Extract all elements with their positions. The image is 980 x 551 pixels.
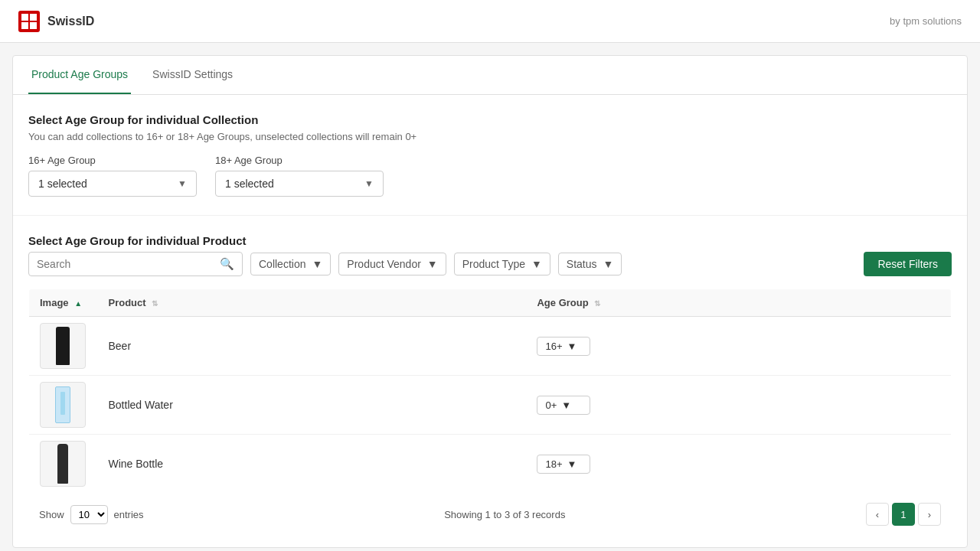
- collection-section-title: Select Age Group for individual Collecti…: [28, 113, 952, 126]
- column-product[interactable]: Product ⇅: [98, 289, 527, 317]
- product-name-cell: Beer: [98, 317, 527, 376]
- product-name-cell: Bottled Water: [98, 376, 527, 435]
- collection-section: Select Age Group for individual Collecti…: [13, 95, 967, 215]
- tab-product-age-groups[interactable]: Product Age Groups: [28, 56, 131, 94]
- age-group-value: 18+: [545, 458, 562, 470]
- product-thumbnail: [40, 441, 86, 487]
- age-16-value: 1 selected: [38, 178, 87, 190]
- product-sort-icon: ⇅: [152, 299, 158, 308]
- entries-label: entries: [114, 509, 144, 520]
- age-group-cell: 0+ ▼: [526, 376, 951, 435]
- age-18-chevron-icon: ▼: [364, 178, 374, 189]
- age-16-label: 16+ Age Group: [28, 155, 197, 166]
- entries-per-page-select[interactable]: 10 25 50: [70, 505, 108, 524]
- column-image[interactable]: Image ▲: [29, 289, 98, 317]
- search-box[interactable]: 🔍: [28, 252, 243, 276]
- product-section-title: Select Age Group for individual Product: [28, 234, 952, 247]
- age-group-cell: 18+ ▼: [526, 435, 951, 494]
- next-page-button[interactable]: ›: [918, 503, 941, 526]
- status-filter[interactable]: Status ▼: [558, 253, 622, 276]
- prev-page-button[interactable]: ‹: [866, 503, 889, 526]
- product-type-chevron-icon: ▼: [531, 258, 542, 270]
- age-16-dropdown[interactable]: 1 selected ▼: [28, 171, 197, 197]
- records-summary: Showing 1 to 3 of 3 records: [444, 509, 565, 520]
- collection-filter-chevron-icon: ▼: [312, 258, 322, 270]
- reset-filters-button[interactable]: Reset Filters: [864, 252, 952, 276]
- swissid-logo-icon: [18, 11, 40, 32]
- age-group-cell: 16+ ▼: [526, 317, 951, 376]
- age-group-badge[interactable]: 16+ ▼: [537, 337, 590, 356]
- show-entries: Show 10 25 50 entries: [39, 505, 144, 524]
- table-row: Wine Bottle 18+ ▼: [29, 435, 952, 494]
- show-label: Show: [39, 509, 64, 520]
- product-name-cell: Wine Bottle: [98, 435, 527, 494]
- collection-section-subtitle: You can add collections to 16+ or 18+ Ag…: [28, 131, 952, 142]
- page-1-button[interactable]: 1: [892, 503, 915, 526]
- table-row: Bottled Water 0+ ▼: [29, 376, 952, 435]
- age-18-dropdown[interactable]: 1 selected ▼: [215, 171, 384, 197]
- pagination: ‹ 1 ›: [866, 503, 941, 526]
- age-group-badge[interactable]: 0+ ▼: [537, 396, 590, 415]
- age-16-chevron-icon: ▼: [178, 178, 187, 189]
- age-group-sort-icon: ⇅: [594, 299, 600, 308]
- product-thumbnail: [40, 382, 86, 428]
- status-chevron-icon: ▼: [603, 258, 614, 270]
- tab-bar: Product Age Groups SwissID Settings: [13, 56, 967, 95]
- age-16-field: 16+ Age Group 1 selected ▼: [28, 155, 197, 197]
- table-row: Beer 16+ ▼: [29, 317, 952, 376]
- product-vendor-chevron-icon: ▼: [427, 258, 438, 270]
- product-thumbnail: [40, 323, 86, 369]
- topbar: SwissID by tpm solutions: [0, 0, 980, 43]
- product-image-cell: [29, 435, 98, 494]
- age-18-field: 18+ Age Group 1 selected ▼: [215, 155, 384, 197]
- table-header-row: Image ▲ Product ⇅ Age Group ⇅: [29, 289, 952, 317]
- search-icon: 🔍: [220, 257, 234, 271]
- topbar-left: SwissID: [18, 11, 94, 32]
- age-badge-chevron-icon: ▼: [561, 399, 571, 411]
- age-group-row: 16+ Age Group 1 selected ▼ 18+ Age Group…: [28, 155, 952, 197]
- main-content-card: Product Age Groups SwissID Settings Sele…: [12, 55, 968, 548]
- product-image-cell: [29, 376, 98, 435]
- topbar-tagline: by tpm solutions: [890, 15, 962, 27]
- image-sort-icon: ▲: [74, 299, 82, 308]
- product-type-filter[interactable]: Product Type ▼: [454, 253, 550, 276]
- age-badge-chevron-icon: ▼: [567, 458, 577, 470]
- brand-name: SwissID: [47, 15, 94, 28]
- age-group-badge[interactable]: 18+ ▼: [537, 455, 590, 474]
- age-group-value: 0+: [545, 399, 557, 411]
- product-image-cell: [29, 317, 98, 376]
- collection-filter[interactable]: Collection ▼: [250, 253, 331, 276]
- filters-row: 🔍 Collection ▼ Product Vendor ▼ Product …: [28, 252, 952, 276]
- column-age-group[interactable]: Age Group ⇅: [526, 289, 951, 317]
- age-badge-chevron-icon: ▼: [567, 341, 577, 352]
- product-vendor-filter[interactable]: Product Vendor ▼: [338, 253, 446, 276]
- search-input[interactable]: [37, 258, 214, 270]
- products-table: Image ▲ Product ⇅ Age Group ⇅ Beer 16+ ▼: [28, 289, 952, 494]
- tab-swissid-settings[interactable]: SwissID Settings: [149, 56, 236, 94]
- age-18-label: 18+ Age Group: [215, 155, 384, 166]
- age-group-value: 16+: [545, 341, 562, 352]
- age-18-value: 1 selected: [225, 178, 274, 190]
- table-footer: Show 10 25 50 entries Showing 1 to 3 of …: [28, 494, 952, 529]
- product-section: Select Age Group for individual Product …: [13, 215, 967, 547]
